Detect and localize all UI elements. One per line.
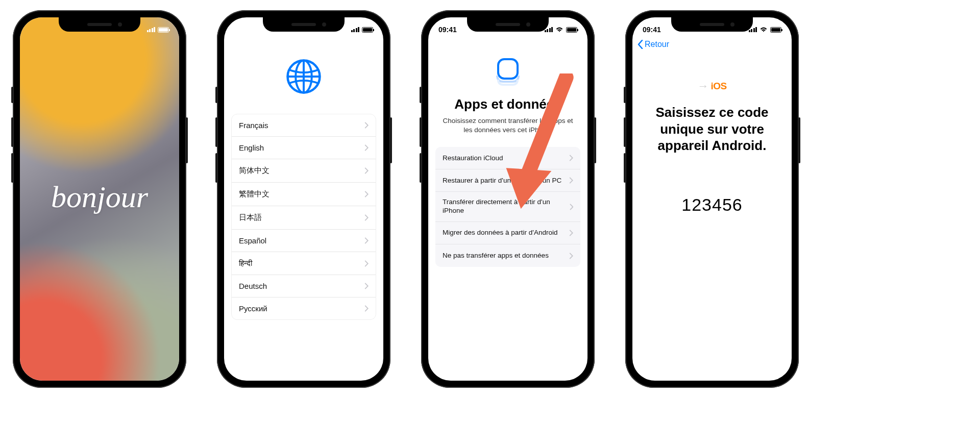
camera-icon [322, 22, 326, 27]
chevron-right-icon [364, 283, 369, 289]
language-row[interactable]: Español [232, 230, 376, 252]
chevron-right-icon [569, 230, 573, 236]
notch [467, 17, 549, 32]
transfer-options-list: Restauration iCloud Restaurer à partir d… [435, 147, 580, 267]
side-button [215, 153, 217, 183]
language-row[interactable]: Русский [232, 297, 376, 319]
option-row-skip[interactable]: Ne pas transférer apps et données [435, 244, 580, 267]
side-button [186, 117, 188, 163]
option-label: Ne pas transférer apps et données [443, 252, 553, 260]
battery-icon [770, 27, 781, 33]
language-row[interactable]: Deutsch [232, 275, 376, 297]
notch [59, 17, 140, 32]
battery-icon [362, 27, 373, 33]
screen-hello: bonjour [20, 17, 179, 381]
side-button [624, 153, 626, 183]
phone-frame-2: Français English 简体中文 繁體中文 日本語 [217, 10, 390, 388]
language-row[interactable]: 繁體中文 [232, 183, 376, 206]
ios-logo-text: iOS [710, 81, 726, 92]
battery-icon [158, 27, 169, 33]
option-label: Restaurer à partir d'un Mac ou d'un PC [443, 177, 566, 185]
notch [671, 17, 753, 32]
chevron-right-icon [364, 305, 369, 312]
language-label: English [239, 143, 264, 152]
side-button [215, 87, 217, 103]
camera-icon [730, 22, 734, 27]
phone-frame-1: bonjour [13, 10, 186, 388]
option-label: Migrer des données à partir d'Android [443, 229, 561, 237]
globe-icon [285, 57, 323, 95]
option-row-iphone[interactable]: Transférer directement à partir d'un iPh… [435, 192, 580, 222]
page-title: Saisissez ce code unique sur votre appar… [632, 104, 792, 154]
chevron-right-icon [364, 144, 369, 151]
language-label: Deutsch [239, 282, 267, 290]
battery-icon [566, 27, 577, 33]
option-row-android[interactable]: Migrer des données à partir d'Android [435, 222, 580, 244]
page-subtitle: Choisissez comment transférer les apps e… [428, 116, 587, 135]
chevron-right-icon [364, 214, 369, 221]
status-time: 09:41 [643, 26, 668, 34]
back-button[interactable]: Retour [632, 38, 792, 51]
chevron-right-icon [569, 177, 573, 184]
chevron-right-icon [364, 167, 369, 174]
language-row[interactable]: Français [232, 114, 376, 137]
chevron-right-icon [570, 204, 574, 210]
option-label: Transférer directement à partir d'un iPh… [443, 198, 570, 215]
phone-frame-3: 09:41 Apps et données Choisissez comment… [421, 10, 595, 388]
chevron-right-icon [569, 253, 573, 259]
side-button [11, 153, 13, 183]
language-label: 简体中文 [239, 166, 270, 176]
side-button [215, 117, 217, 147]
language-label: 繁體中文 [239, 189, 270, 199]
language-row[interactable]: हिन्दी [232, 252, 376, 275]
notch [263, 17, 345, 32]
option-label: Restauration iCloud [443, 154, 507, 163]
side-button [420, 153, 422, 183]
speaker [87, 23, 112, 26]
chevron-right-icon [364, 191, 369, 197]
code-view: Retour → iOS Saisissez ce code unique su… [632, 17, 792, 381]
status-time: 09:41 [438, 26, 464, 34]
side-button [594, 117, 596, 163]
language-selection-view: Français English 简体中文 繁體中文 日本語 [224, 17, 383, 381]
chevron-right-icon [569, 155, 573, 161]
speaker [291, 23, 316, 26]
language-label: Español [239, 236, 266, 245]
phone-frame-4: 09:41 Retour → iOS Saisissez ce code uni… [625, 10, 799, 388]
side-button [798, 117, 800, 163]
wifi-icon [760, 27, 768, 33]
language-label: Français [239, 121, 268, 130]
side-button [11, 87, 13, 103]
side-button [624, 117, 626, 147]
language-row[interactable]: 日本語 [232, 206, 376, 230]
greeting-text: bonjour [51, 180, 148, 215]
signal-icon [147, 27, 156, 32]
language-row[interactable]: 简体中文 [232, 159, 376, 183]
camera-icon [118, 22, 122, 27]
camera-icon [526, 22, 530, 27]
speaker [700, 23, 724, 26]
page-title: Apps et données [454, 96, 561, 112]
svg-rect-5 [498, 59, 518, 79]
apps-data-icon [491, 55, 525, 88]
language-label: 日本語 [239, 213, 262, 222]
option-row-mac-pc[interactable]: Restaurer à partir d'un Mac ou d'un PC [435, 169, 580, 192]
pairing-code: 123456 [632, 195, 792, 215]
side-button [390, 117, 392, 163]
side-button [420, 117, 422, 147]
signal-icon [351, 27, 360, 32]
chevron-right-icon [364, 237, 369, 244]
apps-data-view: Apps et données Choisissez comment trans… [428, 17, 587, 381]
chevron-right-icon [364, 260, 369, 267]
back-label: Retour [645, 40, 669, 49]
side-button [624, 87, 626, 103]
chevron-left-icon [638, 40, 643, 49]
side-button [420, 87, 422, 103]
screen-language: Français English 简体中文 繁體中文 日本語 [224, 17, 383, 381]
wifi-icon [555, 27, 564, 33]
option-row-icloud[interactable]: Restauration iCloud [435, 147, 580, 169]
language-label: हिन्दी [239, 259, 252, 268]
arrow-right-icon: → [697, 80, 708, 93]
screen-apps-data: 09:41 Apps et données Choisissez comment… [428, 17, 587, 381]
language-row[interactable]: English [232, 137, 376, 159]
